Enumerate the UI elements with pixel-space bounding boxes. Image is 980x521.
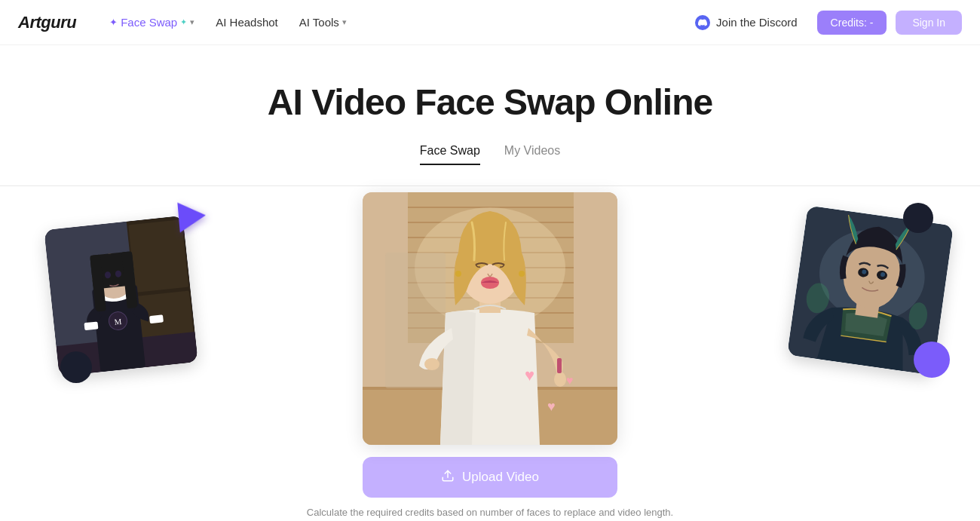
main-content: AI Video Face Swap Online Face Swap My V… bbox=[0, 45, 980, 518]
svg-point-35 bbox=[424, 358, 439, 370]
upload-icon bbox=[441, 469, 455, 486]
svg-point-33 bbox=[554, 372, 566, 387]
upload-button-wrap: Upload Video bbox=[363, 457, 617, 498]
svg-point-39 bbox=[455, 271, 461, 277]
floating-left-card: M bbox=[51, 222, 191, 369]
signin-button[interactable]: Sign In bbox=[896, 11, 962, 35]
nav-aitools-label: AI Tools bbox=[299, 16, 339, 29]
nav-item-headshot[interactable]: AI Headshot bbox=[207, 11, 287, 33]
center-area: M bbox=[0, 192, 980, 518]
discord-label: Join the Discord bbox=[716, 16, 798, 29]
tab-myvideos[interactable]: My Videos bbox=[504, 144, 560, 165]
svg-rect-34 bbox=[557, 358, 562, 373]
svg-rect-15 bbox=[149, 314, 164, 323]
wednesday-card: M bbox=[44, 216, 198, 376]
discord-link[interactable]: Join the Discord bbox=[684, 11, 808, 35]
svg-text:♥: ♥ bbox=[566, 374, 574, 387]
upload-caption: Calculate the required credits based on … bbox=[307, 507, 673, 518]
upload-video-label: Upload Video bbox=[462, 470, 539, 485]
tab-faceswap[interactable]: Face Swap bbox=[420, 144, 480, 165]
purple-circle-bottom-right bbox=[914, 342, 950, 378]
tabs-container: Face Swap My Videos bbox=[420, 144, 560, 165]
dark-circle-right-top bbox=[903, 203, 933, 233]
woman-photo: ♥ ♥ ♥ bbox=[363, 192, 617, 445]
chevron-down-icon: ▾ bbox=[190, 17, 194, 27]
main-video-section: ♥ ♥ ♥ Upload Video bbox=[307, 192, 673, 518]
credits-button[interactable]: Credits: - bbox=[817, 11, 887, 35]
dark-circle-left bbox=[60, 351, 92, 383]
svg-text:M: M bbox=[114, 317, 122, 326]
sparkle-icon: ✦ bbox=[109, 17, 118, 28]
floating-right-card bbox=[797, 215, 944, 366]
brand-logo[interactable]: Artguru bbox=[18, 13, 76, 32]
svg-text:♥: ♥ bbox=[547, 399, 556, 414]
tab-divider bbox=[0, 185, 980, 186]
wednesday-photo: M bbox=[44, 216, 198, 376]
upload-video-button[interactable]: Upload Video bbox=[363, 457, 617, 498]
nav-headshot-label: AI Headshot bbox=[216, 16, 278, 29]
svg-point-40 bbox=[519, 271, 525, 277]
discord-icon bbox=[695, 15, 710, 30]
navbar: Artguru ✦ Face Swap ✦ ▾ AI Headshot AI T… bbox=[0, 0, 980, 45]
nav-right: Join the Discord Credits: - Sign In bbox=[684, 11, 962, 35]
nav-links: ✦ Face Swap ✦ ▾ AI Headshot AI Tools ▾ bbox=[100, 11, 684, 33]
main-video-frame: ♥ ♥ ♥ bbox=[363, 192, 617, 445]
aitools-chevron-icon: ▾ bbox=[342, 17, 347, 27]
svg-text:♥: ♥ bbox=[525, 366, 534, 385]
sparkle-right-icon: ✦ bbox=[180, 17, 187, 27]
nav-faceswap-label: Face Swap bbox=[121, 16, 177, 29]
svg-rect-14 bbox=[84, 321, 98, 330]
page-title: AI Video Face Swap Online bbox=[268, 81, 712, 123]
nav-item-aitools[interactable]: AI Tools ▾ bbox=[290, 11, 356, 33]
nav-item-faceswap[interactable]: ✦ Face Swap ✦ ▾ bbox=[100, 11, 204, 33]
